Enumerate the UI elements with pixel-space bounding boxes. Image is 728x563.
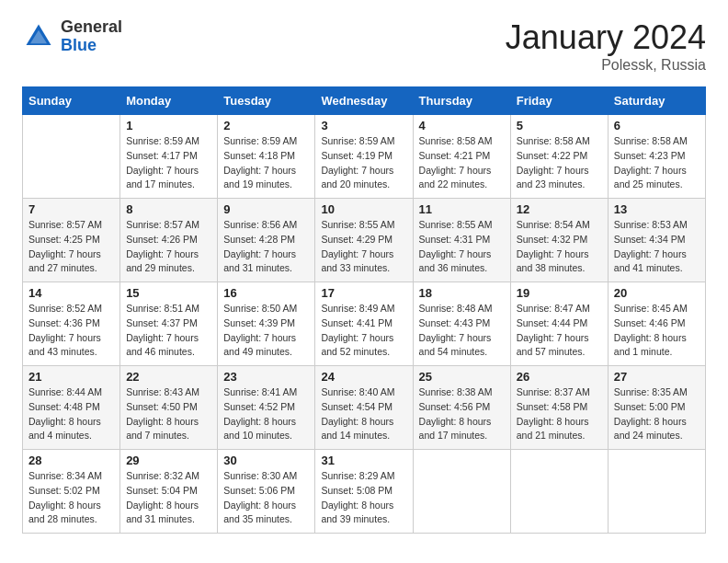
calendar-cell: 26Sunrise: 8:37 AMSunset: 4:58 PMDayligh… [510, 366, 608, 450]
calendar-cell: 3Sunrise: 8:59 AMSunset: 4:19 PMDaylight… [315, 115, 413, 199]
day-number: 15 [126, 286, 211, 300]
day-info: Sunrise: 8:59 AMSunset: 4:19 PMDaylight:… [321, 134, 406, 192]
day-number: 30 [223, 454, 309, 467]
day-info: Sunrise: 8:59 AMSunset: 4:17 PMDaylight:… [126, 134, 211, 192]
logo-icon [22, 20, 55, 53]
calendar-week-row: 28Sunrise: 8:34 AMSunset: 5:02 PMDayligh… [23, 450, 706, 534]
weekday-header-row: SundayMondayTuesdayWednesdayThursdayFrid… [23, 87, 706, 115]
title-month: January 2024 [506, 18, 706, 57]
calendar-cell: 29Sunrise: 8:32 AMSunset: 5:04 PMDayligh… [120, 450, 218, 534]
calendar-cell: 18Sunrise: 8:48 AMSunset: 4:43 PMDayligh… [413, 282, 510, 366]
day-info: Sunrise: 8:52 AMSunset: 4:36 PMDaylight:… [28, 302, 114, 360]
day-info: Sunrise: 8:57 AMSunset: 4:25 PMDaylight:… [28, 218, 114, 276]
calendar-cell: 1Sunrise: 8:59 AMSunset: 4:17 PMDaylight… [120, 115, 218, 199]
day-info: Sunrise: 8:32 AMSunset: 5:04 PMDaylight:… [126, 469, 211, 527]
day-number: 1 [126, 119, 211, 132]
calendar-cell [23, 115, 120, 199]
title-block: January 2024 Polessk, Russia [506, 18, 706, 74]
calendar-week-row: 1Sunrise: 8:59 AMSunset: 4:17 PMDaylight… [23, 115, 706, 199]
logo: General Blue [22, 18, 122, 55]
calendar-cell: 17Sunrise: 8:49 AMSunset: 4:41 PMDayligh… [315, 282, 413, 366]
day-info: Sunrise: 8:45 AMSunset: 4:46 PMDaylight:… [614, 302, 700, 360]
day-info: Sunrise: 8:38 AMSunset: 4:56 PMDaylight:… [419, 385, 505, 443]
day-info: Sunrise: 8:58 AMSunset: 4:22 PMDaylight:… [517, 134, 602, 192]
day-number: 25 [419, 370, 505, 384]
weekday-header-sunday: Sunday [23, 87, 120, 115]
logo-general: General [61, 18, 122, 37]
day-number: 19 [517, 286, 602, 300]
day-info: Sunrise: 8:47 AMSunset: 4:44 PMDaylight:… [517, 302, 602, 360]
calendar-cell: 14Sunrise: 8:52 AMSunset: 4:36 PMDayligh… [23, 282, 120, 366]
day-info: Sunrise: 8:43 AMSunset: 4:50 PMDaylight:… [126, 385, 211, 443]
day-number: 3 [321, 119, 406, 132]
calendar-cell: 22Sunrise: 8:43 AMSunset: 4:50 PMDayligh… [120, 366, 218, 450]
calendar-cell: 27Sunrise: 8:35 AMSunset: 5:00 PMDayligh… [608, 366, 705, 450]
day-number: 5 [517, 119, 602, 132]
calendar-cell: 15Sunrise: 8:51 AMSunset: 4:37 PMDayligh… [120, 282, 218, 366]
weekday-header-wednesday: Wednesday [315, 87, 413, 115]
day-number: 8 [126, 202, 211, 216]
day-info: Sunrise: 8:56 AMSunset: 4:28 PMDaylight:… [223, 218, 309, 276]
day-info: Sunrise: 8:29 AMSunset: 5:08 PMDaylight:… [321, 469, 406, 527]
day-info: Sunrise: 8:58 AMSunset: 4:23 PMDaylight:… [614, 134, 700, 192]
day-info: Sunrise: 8:41 AMSunset: 4:52 PMDaylight:… [223, 385, 309, 443]
calendar-cell: 28Sunrise: 8:34 AMSunset: 5:02 PMDayligh… [23, 450, 120, 534]
calendar-cell: 23Sunrise: 8:41 AMSunset: 4:52 PMDayligh… [218, 366, 315, 450]
day-info: Sunrise: 8:58 AMSunset: 4:21 PMDaylight:… [419, 134, 505, 192]
calendar-cell: 11Sunrise: 8:55 AMSunset: 4:31 PMDayligh… [413, 199, 510, 282]
calendar-cell [608, 450, 705, 534]
calendar-cell: 31Sunrise: 8:29 AMSunset: 5:08 PMDayligh… [315, 450, 413, 534]
weekday-header-tuesday: Tuesday [218, 87, 315, 115]
day-number: 18 [419, 286, 505, 300]
day-info: Sunrise: 8:55 AMSunset: 4:29 PMDaylight:… [321, 218, 406, 276]
day-info: Sunrise: 8:37 AMSunset: 4:58 PMDaylight:… [517, 385, 602, 443]
calendar-cell: 8Sunrise: 8:57 AMSunset: 4:26 PMDaylight… [120, 199, 218, 282]
calendar-cell: 19Sunrise: 8:47 AMSunset: 4:44 PMDayligh… [510, 282, 608, 366]
day-number: 16 [223, 286, 309, 300]
calendar-cell: 30Sunrise: 8:30 AMSunset: 5:06 PMDayligh… [218, 450, 315, 534]
calendar-cell: 2Sunrise: 8:59 AMSunset: 4:18 PMDaylight… [218, 115, 315, 199]
day-info: Sunrise: 8:57 AMSunset: 4:26 PMDaylight:… [126, 218, 211, 276]
day-number: 4 [419, 119, 505, 132]
day-number: 27 [614, 370, 700, 384]
day-number: 13 [614, 202, 700, 216]
calendar-cell: 13Sunrise: 8:53 AMSunset: 4:34 PMDayligh… [608, 199, 705, 282]
day-number: 24 [321, 370, 406, 384]
calendar-cell: 9Sunrise: 8:56 AMSunset: 4:28 PMDaylight… [218, 199, 315, 282]
weekday-header-monday: Monday [120, 87, 218, 115]
calendar-cell [510, 450, 608, 534]
day-number: 6 [614, 119, 700, 132]
day-info: Sunrise: 8:34 AMSunset: 5:02 PMDaylight:… [28, 469, 114, 527]
day-info: Sunrise: 8:55 AMSunset: 4:31 PMDaylight:… [419, 218, 505, 276]
day-info: Sunrise: 8:35 AMSunset: 5:00 PMDaylight:… [614, 385, 700, 443]
day-info: Sunrise: 8:54 AMSunset: 4:32 PMDaylight:… [517, 218, 602, 276]
day-number: 31 [321, 454, 406, 467]
weekday-header-thursday: Thursday [413, 87, 510, 115]
day-info: Sunrise: 8:48 AMSunset: 4:43 PMDaylight:… [419, 302, 505, 360]
day-number: 12 [517, 202, 602, 216]
calendar-cell: 12Sunrise: 8:54 AMSunset: 4:32 PMDayligh… [510, 199, 608, 282]
day-number: 21 [28, 370, 114, 384]
weekday-header-friday: Friday [510, 87, 608, 115]
day-number: 28 [28, 454, 114, 467]
calendar-cell [413, 450, 510, 534]
logo-text: General Blue [61, 18, 122, 55]
calendar-week-row: 14Sunrise: 8:52 AMSunset: 4:36 PMDayligh… [23, 282, 706, 366]
calendar-cell: 5Sunrise: 8:58 AMSunset: 4:22 PMDaylight… [510, 115, 608, 199]
day-number: 26 [517, 370, 602, 384]
calendar-cell: 7Sunrise: 8:57 AMSunset: 4:25 PMDaylight… [23, 199, 120, 282]
day-number: 14 [28, 286, 114, 300]
title-location: Polessk, Russia [506, 57, 706, 74]
logo-blue: Blue [61, 37, 122, 55]
calendar-cell: 10Sunrise: 8:55 AMSunset: 4:29 PMDayligh… [315, 199, 413, 282]
day-number: 29 [126, 454, 211, 467]
day-number: 11 [419, 202, 505, 216]
day-number: 17 [321, 286, 406, 300]
day-number: 7 [28, 202, 114, 216]
calendar-cell: 25Sunrise: 8:38 AMSunset: 4:56 PMDayligh… [413, 366, 510, 450]
calendar-week-row: 7Sunrise: 8:57 AMSunset: 4:25 PMDaylight… [23, 199, 706, 282]
weekday-header-saturday: Saturday [608, 87, 705, 115]
day-info: Sunrise: 8:50 AMSunset: 4:39 PMDaylight:… [223, 302, 309, 360]
day-info: Sunrise: 8:30 AMSunset: 5:06 PMDaylight:… [223, 469, 309, 527]
day-info: Sunrise: 8:51 AMSunset: 4:37 PMDaylight:… [126, 302, 211, 360]
